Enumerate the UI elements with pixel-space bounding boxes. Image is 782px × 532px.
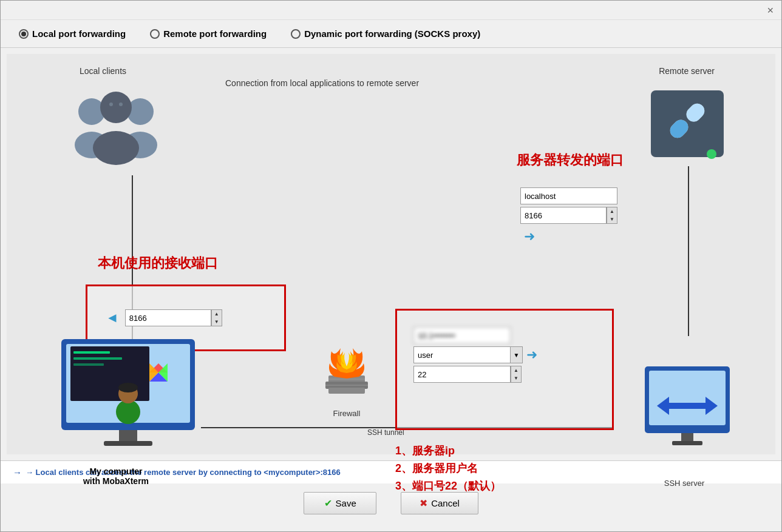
cancel-label: Cancel [431, 498, 460, 508]
svg-point-28 [118, 383, 138, 392]
radio-remote-label: Remote port forwarding [163, 29, 267, 39]
my-computer-line2: with MobaXterm [61, 476, 171, 486]
svg-rect-31 [328, 388, 365, 394]
firewall-icon [316, 327, 377, 406]
radio-bar: Local port forwarding Remote port forwar… [1, 20, 781, 48]
annotation-local-port: 本机使用的接收端口 [98, 254, 218, 272]
server-port-field: ▲ ▼ [520, 207, 617, 224]
ssh-annotation-1: 1、服务器ip [395, 442, 501, 460]
ssh-user-dropdown-arrow[interactable]: ▼ [511, 346, 523, 363]
svg-rect-19 [73, 363, 104, 366]
title-bar: ✕ [1, 1, 781, 20]
radio-local-label: Local port forwarding [32, 29, 126, 39]
svg-rect-25 [104, 441, 152, 446]
save-icon: ✔ [324, 497, 332, 509]
ssh-fields: ▼ ➜ ▲ ▼ [413, 327, 537, 383]
diagram-area: Local clients Connection from local appl… [19, 66, 763, 442]
button-bar: ✔ Save ✖ Cancel [1, 483, 781, 523]
ssh-ip-row [413, 327, 537, 344]
arrow-left-local: ◄ [106, 310, 119, 326]
vline-remote [688, 166, 689, 336]
radio-circle-remote [150, 29, 160, 39]
svg-rect-39 [681, 433, 693, 442]
svg-point-4 [100, 92, 132, 123]
annotation-server-port: 服务器转发的端口 [517, 151, 624, 169]
local-port-input[interactable] [125, 309, 211, 326]
ssh-annotations: 1、服务器ip 2、服务器用户名 3、端口号22（默认） [395, 442, 501, 494]
my-computer-line1: My computer [61, 466, 171, 476]
server-host-input[interactable] [520, 187, 617, 204]
ssh-port-row: ▲ ▼ [413, 366, 537, 383]
svg-rect-35 [649, 371, 726, 425]
svg-rect-24 [119, 430, 137, 442]
local-spinner-down[interactable]: ▼ [212, 318, 222, 326]
save-button[interactable]: ✔ Save [304, 492, 376, 514]
firewall-label: Firewall [333, 409, 361, 418]
dialog: ✕ Local port forwarding Remote port forw… [0, 0, 782, 532]
my-computer-box [55, 333, 201, 454]
ssh-port-input[interactable] [413, 366, 511, 383]
arrow-to-server: ➜ [524, 229, 535, 244]
radio-local[interactable]: Local port forwarding [19, 29, 126, 39]
local-port-spinner[interactable]: ▲ ▼ [211, 309, 222, 326]
ssh-server-icon [642, 363, 727, 442]
ssh-annotation-3: 3、端口号22（默认） [395, 477, 501, 495]
spinner-up[interactable]: ▲ [607, 207, 617, 215]
radio-remote[interactable]: Remote port forwarding [150, 29, 267, 39]
svg-rect-40 [672, 441, 702, 445]
computer-icon [55, 333, 201, 454]
ssh-server-display [642, 363, 733, 448]
save-label: Save [336, 498, 356, 508]
arrow-to-ssh: ➜ [526, 347, 537, 363]
radio-dynamic[interactable]: Dynamic port forwarding (SOCKS proxy) [291, 29, 480, 39]
spinner-down[interactable]: ▼ [607, 215, 617, 223]
status-arrow-icon: → [13, 467, 22, 477]
radio-dynamic-label: Dynamic port forwarding (SOCKS proxy) [304, 29, 480, 39]
ssh-user-row: ▼ ➜ [413, 346, 537, 363]
firewall-area: Firewall [316, 327, 377, 418]
svg-point-5 [93, 131, 139, 165]
ssh-user-input[interactable] [413, 346, 511, 363]
cancel-icon: ✖ [420, 497, 427, 509]
svg-rect-18 [73, 357, 122, 360]
close-button[interactable]: ✕ [764, 4, 777, 16]
label-remote-server: Remote server [659, 66, 715, 76]
svg-point-6 [109, 103, 113, 106]
ssh-server-label: SSH server [645, 479, 724, 488]
radio-circle-local [19, 29, 29, 39]
main-content: Local clients Connection from local appl… [7, 54, 775, 454]
label-connection: Connection from local applications to re… [225, 78, 419, 88]
label-local-clients: Local clients [80, 66, 126, 76]
server-fields: ▲ ▼ ➜ [520, 187, 617, 244]
server-port-input[interactable] [520, 207, 607, 224]
server-port-spinner[interactable]: ▲ ▼ [607, 207, 617, 224]
ssh-spinner-up[interactable]: ▲ [511, 366, 521, 374]
people-icon [55, 84, 177, 181]
local-port-field: ▲ ▼ [125, 309, 222, 326]
radio-circle-dynamic [291, 29, 301, 39]
ssh-annotation-2: 2、服务器用户名 [395, 460, 501, 477]
svg-rect-38 [666, 403, 709, 409]
ssh-ip-input[interactable] [413, 327, 511, 344]
ssh-spinner-down[interactable]: ▼ [511, 374, 521, 382]
people-group [55, 84, 177, 175]
ssh-port-spinner[interactable]: ▲ ▼ [511, 366, 522, 383]
remote-server-icon [645, 84, 730, 169]
cancel-button[interactable]: ✖ Cancel [401, 492, 478, 514]
my-computer-label: My computer with MobaXterm [61, 466, 171, 486]
local-spinner-up[interactable]: ▲ [212, 310, 222, 318]
svg-rect-17 [73, 351, 110, 354]
svg-point-13 [707, 149, 716, 159]
svg-point-7 [119, 103, 123, 106]
